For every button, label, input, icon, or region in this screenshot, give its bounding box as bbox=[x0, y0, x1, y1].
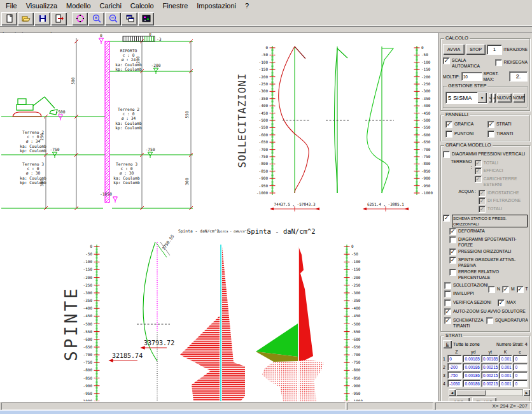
ridisegna-box[interactable] bbox=[495, 59, 502, 66]
strati-cell-gt[interactable]: 0.00215 bbox=[481, 371, 499, 379]
strati-cell-z[interactable]: -750 bbox=[447, 371, 462, 379]
scroll-right-arrow[interactable]: ► bbox=[523, 389, 530, 396]
ruler-tick-label: -750 bbox=[351, 360, 361, 364]
step-prev-button[interactable]: < bbox=[489, 93, 492, 103]
strati-cell-gt[interactable]: 0.00215 bbox=[481, 380, 499, 387]
ruler-tick-label: -900 bbox=[259, 176, 269, 180]
strati-cell-z[interactable]: -1050 bbox=[447, 380, 462, 387]
deformata-checkbox[interactable]: DEFORMATA bbox=[449, 228, 528, 235]
ruler-tick-label: -200 bbox=[421, 75, 431, 79]
pressure-chart-striped bbox=[180, 245, 245, 401]
menu-visualizza[interactable]: Visualizza bbox=[22, 1, 62, 10]
save-button[interactable] bbox=[34, 12, 50, 25]
squadratura-checkbox[interactable]: SQUADRATURA bbox=[486, 317, 528, 329]
scala-automatica-checkbox[interactable]: SCALA AUTOMATICA bbox=[443, 57, 491, 69]
ruler-tick-label: -400 bbox=[351, 306, 361, 310]
m-checkbox[interactable]: M bbox=[502, 286, 515, 293]
command-bar[interactable]: Inserisci un comando bbox=[0, 26, 532, 33]
diagrammi-spostamenti-checkbox[interactable]: DIAGRAMMI SPOSTAMENTI-FORZE bbox=[449, 236, 528, 248]
cross-section: -3 0 RIPORTOc : 0ø : 24ka: Coulombkp: Co… bbox=[1, 33, 193, 210]
menu-finestre[interactable]: Finestre bbox=[158, 1, 193, 10]
zoom-in-button[interactable] bbox=[88, 12, 104, 25]
shear-curve bbox=[335, 48, 337, 193]
menu-modello[interactable]: Modello bbox=[62, 1, 95, 10]
strati-cell-k[interactable]: 0.001 bbox=[499, 355, 512, 362]
nome-step-button[interactable]: NOME bbox=[513, 93, 525, 103]
export-button[interactable] bbox=[51, 12, 67, 25]
ruler-tick-label: -700 bbox=[351, 352, 361, 357]
new-file-button[interactable] bbox=[1, 12, 17, 25]
pressioni-orizzontali-checkbox[interactable]: PRESSIONI ORIZZONTALI bbox=[449, 248, 528, 255]
sheet-pile-wall[interactable] bbox=[105, 41, 109, 203]
grafica-modello-group: GRAFICA MODELLO DIAGRAMMI PRESSIONI VERT… bbox=[440, 145, 530, 332]
t-checkbox[interactable]: T bbox=[517, 286, 528, 293]
strati-cell-z[interactable]: -200 bbox=[447, 363, 462, 371]
ruler-tick-label: -350 bbox=[259, 96, 269, 101]
auto-zoom-checkbox[interactable]: AUTO-ZOOM SU AVVIO SOLUTORE bbox=[444, 308, 528, 315]
load-value-label: -3 bbox=[157, 37, 162, 41]
strati-cell-c[interactable]: 0 bbox=[513, 371, 528, 379]
strati-cell-gt[interactable]: 0.00215 bbox=[481, 363, 499, 371]
menu-calcolo[interactable]: Calcolo bbox=[126, 1, 158, 10]
menu-help[interactable]: ? bbox=[241, 1, 253, 10]
stop-button[interactable]: STOP bbox=[466, 44, 486, 55]
nuovo-step-button[interactable]: NUOVO bbox=[497, 93, 512, 103]
spinte-graduate-checkbox[interactable]: SPINTE GRADUATE ATTIVA-PASSIVA bbox=[449, 257, 528, 268]
dotted-pressure-right bbox=[298, 359, 324, 401]
scrollbar-thumb[interactable] bbox=[456, 390, 486, 396]
svg-text:Terreno 3: Terreno 3 bbox=[22, 162, 44, 166]
ruler-tick-label: -300 bbox=[351, 290, 361, 295]
svg-text:kp: Coulomb: kp: Coulomb bbox=[20, 148, 46, 153]
scrollbar-track[interactable] bbox=[456, 389, 523, 396]
strati-cell-gd[interactable]: 0.00186 bbox=[463, 380, 480, 387]
strati-cell-z[interactable]: 0 bbox=[447, 355, 462, 362]
ridisegna-checkbox[interactable]: RIDISEGNA bbox=[495, 59, 528, 66]
verifica-sezioni-checkbox[interactable]: VERIFICA SEZIONI bbox=[444, 299, 491, 306]
tiranti-checkbox[interactable]: TIRANTI bbox=[487, 131, 527, 138]
sollecitazioni-checkbox[interactable]: SOLLECITAZIONI bbox=[444, 282, 488, 289]
strati-checkbox[interactable]: STRATI bbox=[487, 121, 527, 128]
max-checkbox[interactable]: MAX bbox=[498, 299, 516, 306]
grafica-checkbox[interactable]: GRAFICA bbox=[445, 121, 485, 128]
schematizza-tiranti-checkbox[interactable]: SCHEMATIZZA TIRANTI bbox=[444, 317, 483, 329]
errore-relativo-checkbox[interactable]: ERRORE RELATIVO PERCENTUALE bbox=[449, 269, 528, 280]
menu-impostazioni[interactable]: Impostazioni bbox=[192, 1, 241, 10]
diagrammi-pressioni-checkbox[interactable]: DIAGRAMMI PRESSIONI VERTICALI bbox=[443, 151, 528, 158]
ruler-tick-label: -200 bbox=[351, 275, 361, 280]
moltip-input[interactable]: 10 bbox=[461, 72, 482, 81]
strati-cell-k[interactable]: 0.001 bbox=[499, 380, 512, 387]
strati-cell-gd[interactable]: 0.00186 bbox=[463, 363, 480, 371]
open-file-button[interactable] bbox=[18, 12, 34, 25]
strati-cell-gt[interactable]: 0.00185 bbox=[481, 355, 499, 362]
ruler-tick-label: 0 bbox=[421, 45, 424, 50]
strati-cell-k[interactable]: 0.001 bbox=[499, 363, 512, 371]
strati-cell-c[interactable]: 0 bbox=[513, 363, 528, 371]
render-view-button[interactable] bbox=[138, 12, 154, 25]
cascade-windows-button[interactable] bbox=[122, 12, 137, 25]
schema-statico-checkbox[interactable]: SCHEMA STATICO E PRESS. ORIZZONTALI bbox=[443, 215, 528, 227]
svg-text:ø : 24: ø : 24 bbox=[122, 57, 136, 62]
zoom-out-button[interactable] bbox=[105, 12, 121, 25]
avvia-button[interactable]: AVVIA bbox=[443, 44, 465, 55]
strati-row-number: 2 bbox=[443, 364, 447, 370]
pan-view-button[interactable] bbox=[72, 12, 88, 25]
scala-automatica-box[interactable] bbox=[443, 57, 450, 64]
inviluppi-checkbox[interactable]: INVILUPPI bbox=[444, 290, 488, 297]
strati-cell-gd[interactable]: 0.00186 bbox=[463, 371, 480, 379]
strati-cell-c[interactable]: 0 bbox=[513, 380, 528, 387]
puntoni-checkbox[interactable]: PUNTONI bbox=[445, 131, 485, 138]
strati-row: 100.001850.001850.0010 bbox=[443, 355, 528, 362]
step-next-button[interactable]: > bbox=[493, 93, 496, 103]
drawing-canvas[interactable]: -3 0 RIPORTOc : 0ø : 24ka: Coulombkp: Co… bbox=[0, 33, 438, 401]
strati-cell-c[interactable]: 0 bbox=[513, 355, 528, 362]
strati-cell-k[interactable]: 0.001 bbox=[499, 371, 512, 379]
strati-scrollbar[interactable]: ◄ ► bbox=[449, 389, 530, 396]
step-combobox[interactable]: 5 SISMA ▼ bbox=[445, 92, 487, 104]
menu-file[interactable]: File bbox=[1, 1, 22, 10]
n-checkbox[interactable]: N bbox=[488, 286, 500, 293]
step-combobox-arrow[interactable]: ▼ bbox=[477, 92, 487, 103]
strati-cell-gd[interactable]: 0.00185 bbox=[463, 355, 480, 362]
e-button[interactable]: E bbox=[443, 340, 452, 348]
menu-carichi[interactable]: Carichi bbox=[95, 1, 126, 10]
scroll-left-arrow[interactable]: ◄ bbox=[449, 389, 456, 396]
